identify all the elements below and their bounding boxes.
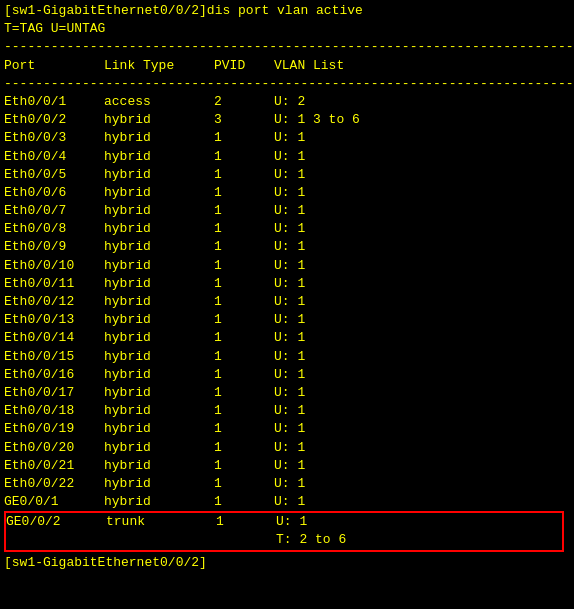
cell-linktype: hybrid bbox=[104, 420, 214, 438]
cell-port: Eth0/0/19 bbox=[4, 420, 104, 438]
table-row: Eth0/0/11hybrid1U: 1 bbox=[4, 275, 570, 293]
cell-vlanlist: U: 1 bbox=[274, 384, 570, 402]
table-row: Eth0/0/16hybrid1U: 1 bbox=[4, 366, 570, 384]
cell-vlanlist: U: 1 bbox=[274, 311, 570, 329]
cell-port: Eth0/0/17 bbox=[4, 384, 104, 402]
table-row: Eth0/0/7hybrid1U: 1 bbox=[4, 202, 570, 220]
cell-vlanlist: U: 1 bbox=[274, 293, 570, 311]
cell-pvid: 1 bbox=[214, 348, 274, 366]
table-row: Eth0/0/19hybrid1U: 1 bbox=[4, 420, 570, 438]
cell-port: Eth0/0/9 bbox=[4, 238, 104, 256]
cell-pvid: 1 bbox=[214, 402, 274, 420]
table-row: Eth0/0/9hybrid1U: 1 bbox=[4, 238, 570, 256]
cell-linktype: hybrid bbox=[104, 475, 214, 493]
cell-pvid: 1 bbox=[214, 493, 274, 511]
cell-linktype: hybrid bbox=[104, 348, 214, 366]
table-row: Eth0/0/10hybrid1U: 1 bbox=[4, 257, 570, 275]
header-linktype: Link Type bbox=[104, 57, 214, 75]
cell-pvid: 1 bbox=[214, 439, 274, 457]
cell-pvid: 1 bbox=[214, 329, 274, 347]
legend: T=TAG U=UNTAG bbox=[4, 20, 570, 38]
cell-vlanlist: U: 1 bbox=[276, 513, 562, 531]
cell-pvid-empty bbox=[216, 531, 276, 549]
cell-vlanlist: U: 1 bbox=[274, 220, 570, 238]
cell-linktype: hybrid bbox=[104, 202, 214, 220]
cell-vlanlist: U: 1 bbox=[274, 348, 570, 366]
cell-pvid: 1 bbox=[214, 238, 274, 256]
cell-vlanlist: U: 1 bbox=[274, 166, 570, 184]
table-row: Eth0/0/4hybrid1U: 1 bbox=[4, 148, 570, 166]
cell-pvid: 1 bbox=[214, 275, 274, 293]
cell-vlanlist: U: 1 bbox=[274, 366, 570, 384]
cell-vlanlist: U: 1 3 to 6 bbox=[274, 111, 570, 129]
cell-port: Eth0/0/6 bbox=[4, 184, 104, 202]
table-row: Eth0/0/2hybrid3U: 1 3 to 6 bbox=[4, 111, 570, 129]
cell-port: Eth0/0/2 bbox=[4, 111, 104, 129]
cell-port: Eth0/0/4 bbox=[4, 148, 104, 166]
table-header: Port Link Type PVID VLAN List bbox=[4, 57, 570, 75]
command-prompt: [sw1-GigabitEthernet0/0/2]dis port vlan … bbox=[4, 2, 570, 20]
cell-pvid: 1 bbox=[214, 384, 274, 402]
cell-linktype: hybrid bbox=[104, 402, 214, 420]
cell-linktype: hybrid bbox=[104, 293, 214, 311]
cell-pvid: 1 bbox=[214, 475, 274, 493]
cell-pvid: 1 bbox=[214, 202, 274, 220]
cell-linktype: hybrid bbox=[104, 129, 214, 147]
cell-vlanlist: U: 1 bbox=[274, 129, 570, 147]
highlighted-row-ge002: GE0/0/2trunk1U: 1T: 2 to 6 bbox=[4, 511, 564, 551]
cell-port: Eth0/0/8 bbox=[4, 220, 104, 238]
cell-linktype: hybrid bbox=[104, 257, 214, 275]
cell-linktype: hybrid bbox=[104, 329, 214, 347]
cell-pvid: 1 bbox=[214, 257, 274, 275]
cell-linktype: hybrid bbox=[104, 184, 214, 202]
cell-linktype: hybrid bbox=[104, 384, 214, 402]
bottom-prompt: [sw1-GigabitEthernet0/0/2] bbox=[4, 554, 570, 572]
separator-bottom: ----------------------------------------… bbox=[4, 75, 570, 93]
cell-vlanlist: U: 1 bbox=[274, 439, 570, 457]
cell-port: Eth0/0/18 bbox=[4, 402, 104, 420]
cell-port: Eth0/0/10 bbox=[4, 257, 104, 275]
cell-port-empty bbox=[6, 531, 106, 549]
cell-port: Eth0/0/7 bbox=[4, 202, 104, 220]
cell-pvid: 1 bbox=[214, 129, 274, 147]
cell-vlanlist: U: 1 bbox=[274, 457, 570, 475]
cell-vlanlist: U: 1 bbox=[274, 329, 570, 347]
cell-vlanlist: U: 1 bbox=[274, 420, 570, 438]
cell-linktype: hybrid bbox=[104, 457, 214, 475]
cell-port: Eth0/0/1 bbox=[4, 93, 104, 111]
cell-vlanlist2: T: 2 to 6 bbox=[276, 531, 562, 549]
table-row: Eth0/0/14hybrid1U: 1 bbox=[4, 329, 570, 347]
cell-vlanlist: U: 1 bbox=[274, 493, 570, 511]
cell-linktype: hybrid bbox=[104, 311, 214, 329]
cell-port: Eth0/0/15 bbox=[4, 348, 104, 366]
table-row: Eth0/0/8hybrid1U: 1 bbox=[4, 220, 570, 238]
table-row: Eth0/0/15hybrid1U: 1 bbox=[4, 348, 570, 366]
cell-pvid: 1 bbox=[214, 420, 274, 438]
cell-linktype: hybrid bbox=[104, 439, 214, 457]
cell-linktype: hybrid bbox=[104, 166, 214, 184]
table-body: Eth0/0/1access2U: 2Eth0/0/2hybrid3U: 1 3… bbox=[4, 93, 570, 554]
cell-linktype-empty bbox=[106, 531, 216, 549]
terminal-window: [sw1-GigabitEthernet0/0/2]dis port vlan … bbox=[0, 0, 574, 574]
cell-pvid: 1 bbox=[214, 148, 274, 166]
table-row: GE0/0/2trunk1U: 1 bbox=[6, 513, 562, 531]
cell-port: Eth0/0/21 bbox=[4, 457, 104, 475]
table-row: Eth0/0/3hybrid1U: 1 bbox=[4, 129, 570, 147]
cell-pvid: 1 bbox=[214, 457, 274, 475]
table-row: Eth0/0/18hybrid1U: 1 bbox=[4, 402, 570, 420]
cell-vlanlist: U: 1 bbox=[274, 475, 570, 493]
cell-port: Eth0/0/22 bbox=[4, 475, 104, 493]
cell-linktype: access bbox=[104, 93, 214, 111]
header-port: Port bbox=[4, 57, 104, 75]
cell-linktype: hybrid bbox=[104, 220, 214, 238]
cell-linktype: hybrid bbox=[104, 275, 214, 293]
table-row: Eth0/0/17hybrid1U: 1 bbox=[4, 384, 570, 402]
cell-pvid: 3 bbox=[214, 111, 274, 129]
cell-port: Eth0/0/16 bbox=[4, 366, 104, 384]
cell-pvid: 1 bbox=[216, 513, 276, 531]
cell-pvid: 2 bbox=[214, 93, 274, 111]
cell-port: Eth0/0/14 bbox=[4, 329, 104, 347]
cell-linktype: hybrid bbox=[104, 366, 214, 384]
cell-linktype: hybrid bbox=[104, 238, 214, 256]
table-row: Eth0/0/12hybrid1U: 1 bbox=[4, 293, 570, 311]
